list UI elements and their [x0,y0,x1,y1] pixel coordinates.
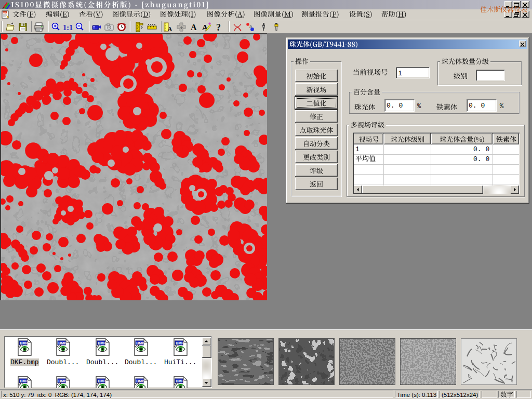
svg-text:BMP: BMP [58,341,66,345]
svg-text:A: A [168,25,172,32]
svg-text:BMP: BMP [58,379,66,383]
svg-text:BMP: BMP [176,379,184,383]
svg-text:BMP: BMP [20,341,28,345]
svg-text:DOC: DOC [3,12,7,14]
svg-text:1:1: 1:1 [63,23,73,32]
svg-text:A: A [191,23,197,32]
svg-text:?: ? [216,22,221,32]
svg-text:BMP: BMP [136,341,144,345]
svg-text:BMP: BMP [136,379,144,383]
svg-text:BMP: BMP [98,379,106,383]
svg-text:BMP: BMP [98,341,106,345]
svg-text:BMP: BMP [20,379,28,383]
svg-text:BMP: BMP [176,341,184,345]
